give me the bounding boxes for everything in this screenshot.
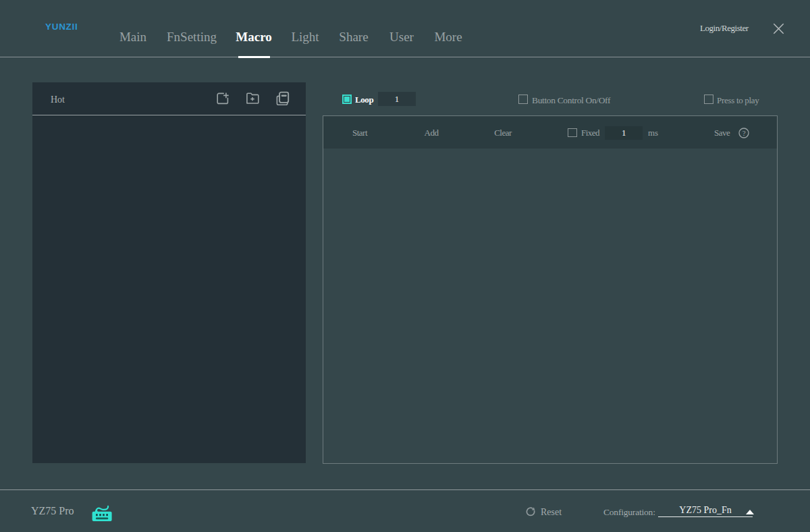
svg-text:?: ? [742, 129, 746, 137]
